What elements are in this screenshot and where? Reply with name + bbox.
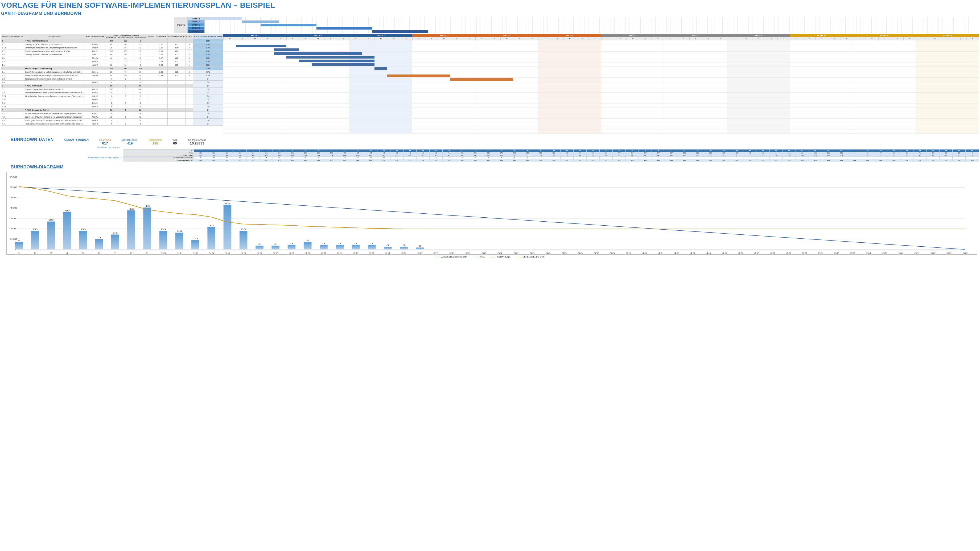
day-header-cell: D bbox=[740, 37, 752, 40]
svg-rect-15 bbox=[127, 210, 135, 249]
svg-text:4: 4 bbox=[274, 243, 277, 245]
day-header-cell: D bbox=[765, 37, 778, 40]
svg-text:45: 45 bbox=[722, 252, 727, 254]
table-row[interactable]: 3.3.1Malik M.2020% bbox=[1, 105, 223, 108]
day-header-cell: D bbox=[828, 37, 840, 40]
gantt-bar bbox=[299, 60, 374, 62]
day-header-cell: F bbox=[274, 37, 286, 40]
pct-cell: 0% bbox=[193, 108, 223, 112]
col-title: AUFGABENTITEL bbox=[24, 34, 85, 39]
svg-text:30: 30 bbox=[481, 252, 487, 254]
table-row[interactable]: 1.1.1Marktanalyse durchführen, um Zielku… bbox=[1, 46, 223, 49]
day-header-cell: M bbox=[853, 37, 865, 40]
table-row[interactable]: 1.5Malik M.323203.183.225100% bbox=[1, 60, 223, 64]
table-row[interactable]: 1.2Schätzung der Anfangsinvestition und … bbox=[1, 49, 223, 53]
pct-cell: 0% bbox=[193, 84, 223, 87]
day-header-cell: M bbox=[476, 37, 488, 40]
table-row[interactable]: 1.1Erhebung möglicher Standorte für Lade… bbox=[1, 43, 223, 46]
day-header-cell: M bbox=[689, 37, 702, 40]
svg-text:16: 16 bbox=[113, 232, 118, 234]
svg-rect-21 bbox=[224, 205, 232, 249]
sprint-row: SPRINT 1 bbox=[188, 17, 205, 20]
svg-rect-13 bbox=[95, 239, 103, 249]
day-header-cell: M bbox=[538, 37, 551, 40]
day-header-cell: D bbox=[576, 37, 589, 40]
week-header-cell: WOCHE 1 bbox=[223, 34, 286, 37]
legend-item: VERBLEIBENDE STD. bbox=[517, 256, 544, 258]
day-header-cell: D bbox=[803, 37, 815, 40]
svg-rect-28 bbox=[336, 245, 344, 249]
svg-text:17: 17 bbox=[273, 252, 278, 254]
svg-text:52: 52 bbox=[834, 252, 840, 254]
svg-rect-32 bbox=[400, 247, 408, 249]
svg-text:21: 21 bbox=[337, 252, 342, 254]
table-row[interactable]: 4PHASE: Umfassender Rollout320320% bbox=[1, 108, 223, 112]
svg-text:5: 5 bbox=[82, 252, 84, 254]
pct-cell: 88% bbox=[193, 70, 223, 74]
day-header-cell: F bbox=[526, 37, 538, 40]
pct-cell: 100% bbox=[193, 39, 223, 43]
table-row[interactable]: 4.3Schulung des Personals in Bezug auf W… bbox=[1, 119, 223, 122]
svg-text:5: 5 bbox=[322, 242, 325, 245]
day-header-cell: F bbox=[589, 37, 601, 40]
day-header-cell: M bbox=[878, 37, 891, 40]
table-row[interactable]: 2.1Entwürfe für Ladestationen und die da… bbox=[1, 70, 223, 74]
gantt-row bbox=[223, 74, 979, 78]
gantt-bar bbox=[387, 75, 450, 77]
table-row[interactable]: 4.1Auf potenzielle Benutzer*innen ausger… bbox=[1, 112, 223, 115]
svg-text:48: 48 bbox=[224, 202, 230, 204]
table-row[interactable]: 2.3Zulassungen und Genehmigungen für die… bbox=[1, 77, 223, 81]
table-row[interactable]: 1PHASE: Machbarkeitsstudie3093090100% bbox=[1, 39, 223, 43]
gantt-row bbox=[223, 40, 979, 44]
svg-text:2: 2 bbox=[33, 252, 36, 254]
table-row[interactable]: 3.2.1Alle technischen Störungen oder Pro… bbox=[1, 94, 223, 98]
svg-text:57: 57 bbox=[914, 252, 920, 254]
table-row[interactable]: 2.4Malik M.300300% bbox=[1, 81, 223, 84]
bd-summary: GESAMTSTUNDEN SCHÄTZUNG617 ABGESCHLOSSEN… bbox=[64, 138, 206, 145]
svg-text:45: 45 bbox=[145, 205, 150, 207]
table-row[interactable]: 2PHASE: Design und Entwicklung2101101005… bbox=[1, 67, 223, 70]
table-row[interactable]: 3PHASE: Pilotversuch660660% bbox=[1, 84, 223, 87]
gantt-row bbox=[223, 115, 979, 119]
day-header-cell: D bbox=[261, 37, 274, 40]
day-header-cell: D bbox=[865, 37, 878, 40]
svg-text:23: 23 bbox=[369, 252, 374, 254]
gantt-row bbox=[223, 108, 979, 111]
svg-text:56: 56 bbox=[898, 252, 904, 254]
svg-rect-23 bbox=[256, 246, 264, 249]
table-row[interactable]: 3.2Benutzerfeedback zur Leistung und Ben… bbox=[1, 91, 223, 94]
col-done: ABGESCHLOSSEN bbox=[118, 37, 134, 39]
table-row[interactable]: 3.2.2Kylie R.120120% bbox=[1, 98, 223, 102]
pct-cell: 100% bbox=[193, 43, 223, 46]
svg-text:7: 7 bbox=[114, 252, 116, 254]
week-header-cell: WOCHE 12 bbox=[916, 34, 979, 37]
table-row[interactable]: 1.6Malik M.121203.233.231100% bbox=[1, 64, 223, 67]
svg-text:19: 19 bbox=[305, 252, 310, 254]
table-row[interactable]: 3.3Pete S.4040% bbox=[1, 102, 223, 105]
table-row[interactable]: 3.1Begrenzte Region für die Pilotinstall… bbox=[1, 87, 223, 91]
gantt-row bbox=[223, 104, 979, 108]
week-header-cell: WOCHE 3 bbox=[349, 34, 412, 37]
day-header-cell: D bbox=[614, 37, 626, 40]
table-row[interactable]: 4.2Beginn der schrittweisen Installation… bbox=[1, 115, 223, 119]
gantt-row bbox=[223, 44, 979, 48]
table-row[interactable]: 2.2Softwarelösungen für Bezahlung und Be… bbox=[1, 74, 223, 77]
svg-text:32: 32 bbox=[514, 252, 519, 254]
table-row[interactable]: 1.4Allen W.404003.173.226100% bbox=[1, 56, 223, 60]
svg-text:700: 700 bbox=[10, 176, 18, 178]
svg-text:59: 59 bbox=[947, 252, 952, 254]
pct-cell: 100% bbox=[193, 46, 223, 49]
table-row[interactable]: 1.3Erhebung möglicher Standorte für Lade… bbox=[1, 53, 223, 56]
svg-text:26: 26 bbox=[417, 252, 422, 254]
pct-cell: 100% bbox=[193, 56, 223, 60]
week-header-cell: WOCHE 11 bbox=[853, 34, 916, 37]
day-header-cell: F bbox=[337, 37, 349, 40]
days-val: 60 bbox=[173, 141, 177, 145]
gantt-bar bbox=[312, 64, 375, 66]
bd-chart-heading: BURNDOWN-DIAGRAMM bbox=[11, 165, 979, 170]
svg-rect-24 bbox=[272, 246, 280, 249]
svg-text:8: 8 bbox=[306, 240, 309, 241]
pct-cell: 0% bbox=[193, 98, 223, 102]
table-row[interactable]: 4.4Funktionalität der Ladestationen über… bbox=[1, 122, 223, 125]
svg-rect-22 bbox=[240, 231, 248, 249]
